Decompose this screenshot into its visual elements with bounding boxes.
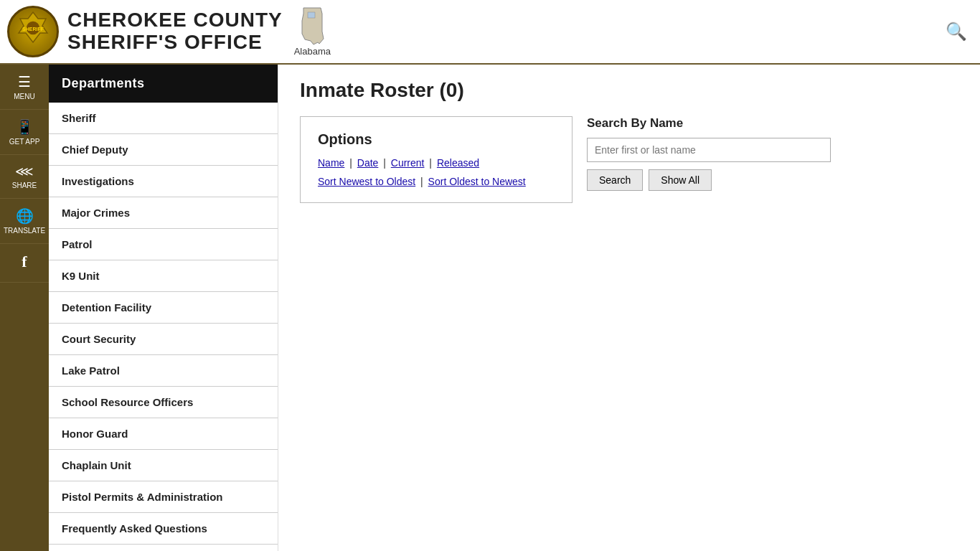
search-input[interactable] [587, 138, 831, 162]
logo-area: SHERIFF CHEROKEE COUNTY SHERIFF'S OFFICE… [7, 6, 940, 57]
menu-label: MENU [14, 93, 34, 100]
svg-text:SHERIFF: SHERIFF [22, 27, 44, 32]
nav-item-chief-deputy[interactable]: Chief Deputy [49, 134, 278, 166]
sidebar-icons: ☰ MENU 📱 GET APP ⋘ SHARE 🌐 TRANSLATE f [0, 65, 49, 551]
alabama-map: Alabama [294, 6, 331, 57]
title-line2: SHERIFF'S OFFICE [67, 32, 283, 54]
nav-item-patrol[interactable]: Patrol [49, 229, 278, 260]
filter-current[interactable]: Current [391, 157, 425, 169]
svg-rect-3 [308, 12, 315, 18]
search-by-name-label: Search By Name [587, 116, 831, 131]
nav-item-lake-patrol[interactable]: Lake Patrol [49, 355, 278, 387]
options-title: Options [318, 131, 555, 148]
title-line1: CHEROKEE COUNTY [67, 9, 283, 32]
hamburger-icon: ☰ [18, 73, 31, 90]
departments-header: Departments [49, 65, 278, 103]
nav-item-detention-facility[interactable]: Detention Facility [49, 292, 278, 324]
page-title: Inmate Roster (0) [300, 79, 958, 102]
filter-links: Name | Date | Current | Released [318, 156, 555, 169]
content-area: Inmate Roster (0) Options Name | Date | … [278, 65, 980, 551]
nav-item-auctions[interactable]: Auctions & Sales [49, 545, 278, 551]
translate-button[interactable]: 🌐 TRANSLATE [0, 199, 49, 244]
sort-links: Sort Newest to Oldest | Sort Oldest to N… [318, 175, 555, 188]
menu-button[interactable]: ☰ MENU [0, 65, 49, 110]
phone-icon: 📱 [16, 118, 34, 136]
nav-sidebar: Departments Sheriff Chief Deputy Investi… [49, 65, 278, 551]
translate-label: TRANSLATE [4, 227, 45, 235]
nav-item-court-security[interactable]: Court Security [49, 324, 278, 355]
content-row: Options Name | Date | Current | Released… [300, 116, 958, 203]
nav-item-k9-unit[interactable]: K9 Unit [49, 260, 278, 292]
search-buttons: Search Show All [587, 169, 831, 191]
header-title: CHEROKEE COUNTY SHERIFF'S OFFICE [67, 9, 283, 54]
sort-newest[interactable]: Sort Newest to Oldest [318, 176, 415, 187]
alabama-label: Alabama [294, 46, 331, 57]
site-header: SHERIFF CHEROKEE COUNTY SHERIFF'S OFFICE… [0, 0, 980, 65]
show-all-button[interactable]: Show All [649, 169, 712, 191]
filter-date[interactable]: Date [357, 157, 379, 169]
share-button[interactable]: ⋘ SHARE [0, 155, 49, 199]
nav-item-honor-guard[interactable]: Honor Guard [49, 418, 278, 450]
main-layout: ☰ MENU 📱 GET APP ⋘ SHARE 🌐 TRANSLATE f D… [0, 65, 980, 551]
facebook-icon: f [22, 253, 27, 271]
facebook-button[interactable]: f [0, 244, 49, 283]
nav-item-faq[interactable]: Frequently Asked Questions [49, 513, 278, 545]
sheriff-badge: SHERIFF [7, 6, 59, 57]
filter-released[interactable]: Released [437, 157, 479, 169]
nav-item-pistol-permits[interactable]: Pistol Permits & Administration [49, 481, 278, 513]
nav-item-school-resource-officers[interactable]: School Resource Officers [49, 387, 278, 418]
filter-name[interactable]: Name [318, 157, 344, 169]
search-box: Search By Name Search Show All [587, 116, 831, 191]
header-search-icon[interactable]: 🔍 [940, 16, 973, 47]
nav-item-sheriff[interactable]: Sheriff [49, 103, 278, 134]
options-box: Options Name | Date | Current | Released… [300, 116, 573, 203]
nav-item-major-crimes[interactable]: Major Crimes [49, 197, 278, 229]
search-button[interactable]: Search [587, 169, 643, 191]
nav-item-chaplain-unit[interactable]: Chaplain Unit [49, 450, 278, 481]
nav-item-investigations[interactable]: Investigations [49, 166, 278, 197]
share-label: SHARE [12, 182, 37, 189]
get-app-label: GET APP [9, 138, 40, 146]
share-icon: ⋘ [15, 164, 34, 179]
get-app-button[interactable]: 📱 GET APP [0, 110, 49, 155]
globe-icon: 🌐 [16, 207, 34, 225]
sort-oldest[interactable]: Sort Oldest to Newest [428, 176, 526, 187]
